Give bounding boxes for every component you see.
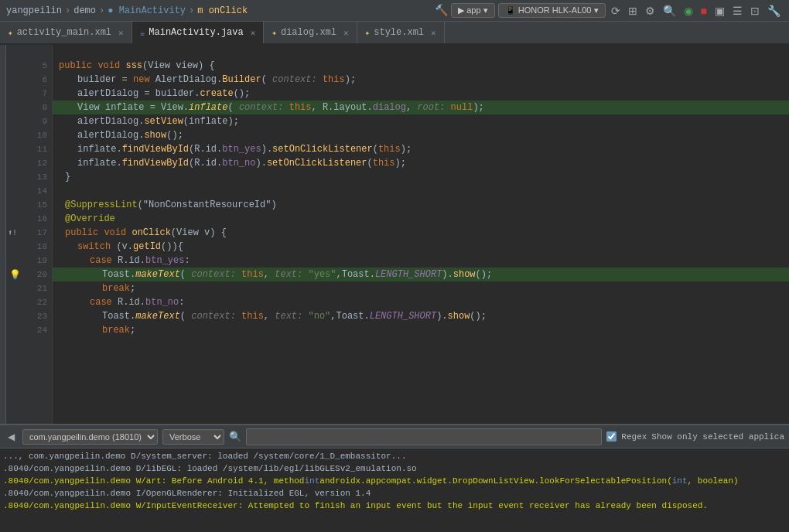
- log-search-input[interactable]: [246, 428, 602, 445]
- editor-area: 5 6 7 8 9 10 11 12 13 14 15 16 ⬆! 17 18 …: [0, 45, 789, 424]
- sep1: ›: [65, 5, 70, 16]
- code-line-21: break;: [53, 281, 789, 295]
- app-selector-btn[interactable]: ▶ app ▾: [451, 3, 494, 18]
- close-tab-4[interactable]: ✕: [431, 28, 436, 38]
- gutter-16: 16: [6, 212, 52, 226]
- code-line-18: switch (v.getId()){: [53, 240, 789, 254]
- gutter-line-blank: [6, 45, 52, 59]
- bulb-icon[interactable]: 💡: [9, 269, 21, 281]
- code-line-22: case R.id.btn_no:: [53, 295, 789, 309]
- code-line-14: [53, 184, 789, 198]
- gutter-20: 💡 20: [6, 268, 52, 281]
- gutter-7: 7: [6, 87, 52, 101]
- gutter-24: 24: [6, 323, 52, 337]
- window-btn[interactable]: ⊡: [748, 5, 762, 17]
- log-line-2: .8040/com.yangpeilin.demo W/art: Before …: [3, 475, 786, 487]
- xml-icon-1: ✦: [8, 28, 13, 38]
- more-btn[interactable]: ☰: [730, 5, 745, 17]
- tab-label-3: dialog.xml: [281, 27, 336, 38]
- xml-icon-4: ✦: [365, 28, 371, 38]
- gutter-10: 10: [6, 128, 52, 142]
- tools-btn[interactable]: 🔧: [765, 5, 783, 17]
- gutter-17: ⬆! 17: [6, 226, 52, 240]
- search-btn[interactable]: 🔍: [661, 5, 678, 17]
- log-toolbar: ◀ com.yangpeilin.demo (18010) Verbose De…: [0, 425, 789, 448]
- tab-label-1: activity_main.xml: [17, 27, 111, 38]
- bc-demo: demo: [73, 5, 96, 16]
- code-line-23: Toast.makeText( context: this, text: "no…: [53, 309, 789, 323]
- regex-label: Regex: [621, 432, 647, 442]
- device-selector-btn[interactable]: 📱 HONOR HLK-AL00 ▾: [498, 3, 606, 18]
- java-icon-2: ☕: [140, 28, 145, 38]
- tab-activity-main[interactable]: ✦ activity_main.xml ✕: [0, 22, 132, 43]
- log-nav-prev[interactable]: ◀: [5, 430, 18, 444]
- close-tab-1[interactable]: ✕: [118, 28, 124, 38]
- code-line-13: }: [53, 170, 789, 184]
- gutter-19: 19: [6, 254, 52, 268]
- sep3: ›: [189, 5, 194, 16]
- code-line-10: alertDialog.show();: [53, 128, 789, 142]
- code-line-15: @SuppressLint("NonConstantResourceId"): [53, 198, 789, 212]
- code-line-9: alertDialog.setView(inflate);: [53, 114, 789, 128]
- gutter-6: 6: [6, 73, 52, 87]
- gutter-annotation-icon: ⬆!: [8, 228, 17, 237]
- toolbar-right: 🔨 ▶ app ▾ 📱 HONOR HLK-AL00 ▾ ⟳ ⊞ ⚙ 🔍 ◉ ■…: [435, 3, 783, 18]
- gutter-21: 21: [6, 281, 52, 295]
- log-line-0: ..., com.yangpeilin.demo D/system_server…: [3, 450, 786, 462]
- code-line-11: inflate.findViewById(R.id.btn_yes).setOn…: [53, 142, 789, 156]
- gutter-22: 22: [6, 295, 52, 309]
- stop-btn[interactable]: ■: [698, 5, 709, 17]
- gutter-12: 12: [6, 156, 52, 170]
- gutter-23: 23: [6, 309, 52, 323]
- show-only-label: Show only selected applica: [651, 432, 784, 442]
- tab-dialog[interactable]: ✦ dialog.xml ✕: [264, 22, 357, 43]
- close-tab-3[interactable]: ✕: [343, 28, 349, 38]
- tab-label-2: MainActivity.java: [149, 27, 243, 38]
- bc-onclick: m onClick: [197, 5, 248, 16]
- bc-yangpeilin: yangpeilin: [6, 5, 62, 16]
- gutter-18: 18: [6, 240, 52, 254]
- sync-btn[interactable]: ⟳: [609, 5, 623, 17]
- gutter-14: 14: [6, 184, 52, 198]
- tab-style[interactable]: ✦ style.xml ✕: [357, 22, 445, 43]
- log-line-3: .8040/com.yangpeilin.demo I/OpenGLRender…: [3, 487, 786, 500]
- gutter-11: 11: [6, 142, 52, 156]
- gutter-9: 9: [6, 114, 52, 128]
- code-line-19: case R.id.btn_yes:: [53, 254, 789, 268]
- left-side-panel: [0, 45, 6, 424]
- log-line-4: .8040/com.yangpeilin.demo W/InputEventRe…: [3, 500, 786, 512]
- code-line-17: public void onClick(View v) {: [53, 226, 789, 240]
- code-line-12: inflate.findViewById(R.id.btn_no).setOnC…: [53, 156, 789, 170]
- xml-icon-3: ✦: [272, 28, 277, 38]
- code-area[interactable]: public void sss(View view) { builder = n…: [53, 45, 789, 424]
- bc-mainactivity: ● MainActivity: [108, 5, 186, 16]
- gutter-5: 5: [6, 59, 52, 73]
- log-level-selector[interactable]: Verbose Debug Info Warning Error: [162, 429, 224, 445]
- code-line-7: alertDialog = builder.create();: [53, 87, 789, 101]
- gutter-13: 13: [6, 170, 52, 184]
- code-line-24: break;: [53, 323, 789, 337]
- settings-btn[interactable]: ⚙: [643, 5, 658, 17]
- tab-label-4: style.xml: [374, 27, 424, 38]
- run-btn2[interactable]: ◉: [681, 5, 695, 17]
- code-line-6: builder = new AlertDialog.Builder( conte…: [53, 73, 789, 87]
- layout-btn[interactable]: ⊞: [626, 5, 640, 17]
- profile-btn[interactable]: ▣: [712, 5, 727, 17]
- code-line-blank: [53, 45, 789, 59]
- regex-checkbox[interactable]: [606, 431, 617, 442]
- code-line-20: Toast.makeText( context: this, text: "ye…: [53, 268, 789, 281]
- search-icon: 🔍: [229, 431, 241, 443]
- gutter-15: 15: [6, 198, 52, 212]
- bottom-bar: ◀ com.yangpeilin.demo (18010) Verbose De…: [0, 424, 789, 532]
- app-selector[interactable]: com.yangpeilin.demo (18010): [22, 429, 158, 445]
- breadcrumb: yangpeilin › demo › ● MainActivity › m o…: [6, 5, 435, 16]
- sep2: ›: [99, 5, 104, 16]
- log-content[interactable]: ..., com.yangpeilin.demo D/system_server…: [0, 448, 789, 532]
- tab-mainactivity[interactable]: ☕ MainActivity.java ✕: [132, 22, 265, 43]
- close-tab-2[interactable]: ✕: [251, 28, 256, 38]
- code-line-8: View inflate = View.inflate( context: th…: [53, 101, 789, 114]
- hammer-icon: 🔨: [435, 4, 448, 17]
- code-line-16: @Override: [53, 212, 789, 226]
- line-number-gutter: 5 6 7 8 9 10 11 12 13 14 15 16 ⬆! 17 18 …: [6, 45, 53, 424]
- tab-bar: ✦ activity_main.xml ✕ ☕ MainActivity.jav…: [0, 22, 789, 45]
